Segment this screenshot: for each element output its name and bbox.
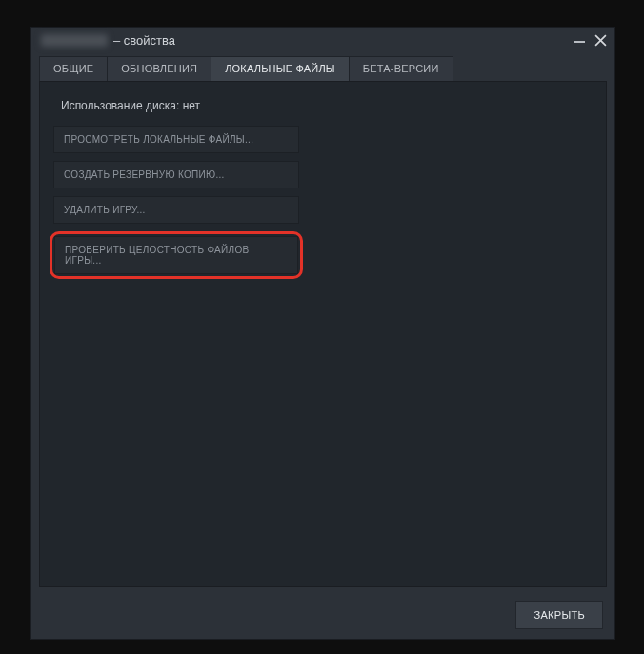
tab-betas[interactable]: БЕТА-ВЕРСИИ xyxy=(349,56,453,81)
close-button[interactable]: ЗАКРЫТЬ xyxy=(515,601,603,629)
browse-local-files-button[interactable]: ПРОСМОТРЕТЬ ЛОКАЛЬНЫЕ ФАЙЛЫ... xyxy=(53,126,299,153)
verify-highlight: ПРОВЕРИТЬ ЦЕЛОСТНОСТЬ ФАЙЛОВ ИГРЫ... xyxy=(50,231,303,279)
close-icon[interactable] xyxy=(594,34,607,47)
window-title-suffix: – свойства xyxy=(113,33,175,48)
verify-integrity-button[interactable]: ПРОВЕРИТЬ ЦЕЛОСТНОСТЬ ФАЙЛОВ ИГРЫ... xyxy=(54,236,298,274)
tab-local-files[interactable]: ЛОКАЛЬНЫЕ ФАЙЛЫ xyxy=(211,56,350,81)
backup-game-button[interactable]: СОЗДАТЬ РЕЗЕРВНУЮ КОПИЮ... xyxy=(53,161,299,188)
minimize-icon[interactable] xyxy=(574,41,585,43)
tab-bar: ОБЩИЕ ОБНОВЛЕНИЯ ЛОКАЛЬНЫЕ ФАЙЛЫ БЕТА-ВЕ… xyxy=(31,52,614,81)
titlebar-controls xyxy=(574,34,607,47)
disk-usage-label: Использование диска: нет xyxy=(53,99,593,126)
tab-general[interactable]: ОБЩИЕ xyxy=(39,56,108,81)
footer: ЗАКРЫТЬ xyxy=(31,595,614,639)
titlebar: – свойства xyxy=(31,28,614,52)
game-name-blurred xyxy=(41,34,108,47)
delete-game-button[interactable]: УДАЛИТЬ ИГРУ... xyxy=(53,196,299,224)
tab-updates[interactable]: ОБНОВЛЕНИЯ xyxy=(107,56,211,81)
local-files-panel: Использование диска: нет ПРОСМОТРЕТЬ ЛОК… xyxy=(39,81,607,587)
properties-window: – свойства ОБЩИЕ ОБНОВЛЕНИЯ ЛОКАЛЬНЫЕ ФА… xyxy=(30,27,615,640)
